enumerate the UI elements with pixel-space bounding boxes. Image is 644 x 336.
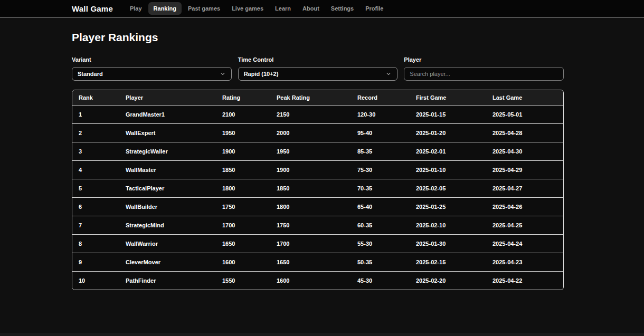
table-row: 10 PathFinder 1550 1600 45-30 2025-02-20… bbox=[72, 272, 563, 290]
player-search-input[interactable] bbox=[404, 67, 564, 81]
cell-first-game: 2025-01-20 bbox=[410, 124, 486, 142]
nav-item-past-games[interactable]: Past games bbox=[183, 2, 225, 15]
cell-first-game: 2025-01-10 bbox=[410, 161, 486, 179]
cell-rank: 8 bbox=[72, 235, 119, 253]
nav-item-learn[interactable]: Learn bbox=[270, 2, 296, 15]
cell-last-game: 2025-04-29 bbox=[486, 161, 563, 179]
chevron-down-icon bbox=[220, 71, 226, 77]
cell-rating: 1750 bbox=[216, 198, 270, 216]
chevron-down-icon bbox=[385, 71, 392, 77]
cell-last-game: 2025-04-22 bbox=[486, 272, 563, 290]
cell-last-game: 2025-05-01 bbox=[486, 105, 563, 124]
cell-peak-rating: 2000 bbox=[270, 124, 351, 142]
cell-peak-rating: 1650 bbox=[270, 253, 351, 272]
page-title: Player Rankings bbox=[72, 31, 564, 44]
cell-rating: 1650 bbox=[216, 235, 270, 253]
table-header-row: Rank Player Rating Peak Rating Record Fi… bbox=[72, 90, 563, 105]
variant-filter: Variant Standard bbox=[72, 56, 232, 81]
nav-item-ranking[interactable]: Ranking bbox=[148, 2, 182, 15]
cell-rating: 1850 bbox=[216, 161, 270, 179]
cell-rank: 9 bbox=[72, 253, 119, 272]
cell-rank: 6 bbox=[72, 198, 119, 216]
cell-first-game: 2025-01-15 bbox=[410, 105, 486, 124]
cell-rank: 10 bbox=[72, 272, 119, 290]
col-header-first-game: First Game bbox=[410, 90, 486, 105]
cell-peak-rating: 1850 bbox=[270, 179, 351, 198]
cell-last-game: 2025-04-27 bbox=[486, 179, 563, 198]
cell-peak-rating: 1700 bbox=[270, 235, 351, 253]
cell-rank: 3 bbox=[72, 142, 119, 161]
cell-rank: 1 bbox=[72, 105, 119, 124]
cell-record: 65-40 bbox=[351, 198, 410, 216]
cell-rating: 2100 bbox=[216, 105, 270, 124]
nav-item-settings[interactable]: Settings bbox=[326, 2, 359, 15]
cell-rank: 7 bbox=[72, 216, 119, 235]
table-row: 3 StrategicWaller 1900 1950 85-35 2025-0… bbox=[72, 142, 563, 161]
cell-record: 55-30 bbox=[351, 235, 410, 253]
col-header-rank: Rank bbox=[72, 90, 119, 105]
table-row: 5 TacticalPlayer 1800 1850 70-35 2025-02… bbox=[72, 179, 563, 198]
time-control-filter: Time Control Rapid (10+2) bbox=[238, 56, 398, 81]
brand-logo[interactable]: Wall Game bbox=[72, 4, 113, 13]
cell-player: GrandMaster1 bbox=[119, 105, 216, 124]
rankings-table-body: 1 GrandMaster1 2100 2150 120-30 2025-01-… bbox=[72, 105, 563, 290]
cell-last-game: 2025-04-23 bbox=[486, 253, 563, 272]
main-content: Player Rankings Variant Standard Time Co… bbox=[72, 31, 564, 290]
table-row: 2 WallExpert 1950 2000 95-40 2025-01-20 … bbox=[72, 124, 563, 142]
variant-selected-value: Standard bbox=[78, 71, 103, 77]
cell-record: 85-35 bbox=[351, 142, 410, 161]
cell-rank: 5 bbox=[72, 179, 119, 198]
cell-rating: 1700 bbox=[216, 216, 270, 235]
nav-item-live-games[interactable]: Live games bbox=[226, 2, 269, 15]
cell-rating: 1600 bbox=[216, 253, 270, 272]
cell-rating: 1800 bbox=[216, 179, 270, 198]
cell-first-game: 2025-01-30 bbox=[410, 235, 486, 253]
cell-first-game: 2025-01-25 bbox=[410, 198, 486, 216]
variant-label: Variant bbox=[72, 56, 232, 63]
cell-rating: 1550 bbox=[216, 272, 270, 290]
table-row: 8 WallWarrior 1650 1700 55-30 2025-01-30… bbox=[72, 235, 563, 253]
rankings-table: Rank Player Rating Peak Rating Record Fi… bbox=[72, 90, 564, 290]
player-label: Player bbox=[404, 56, 564, 63]
table-row: 9 CleverMover 1600 1650 50-35 2025-02-15… bbox=[72, 253, 563, 272]
nav-item-play[interactable]: Play bbox=[125, 2, 147, 15]
col-header-peak-rating: Peak Rating bbox=[270, 90, 351, 105]
time-control-selected-value: Rapid (10+2) bbox=[244, 71, 279, 77]
cell-last-game: 2025-04-24 bbox=[486, 235, 563, 253]
cell-player: StrategicMind bbox=[119, 216, 216, 235]
cell-last-game: 2025-04-26 bbox=[486, 198, 563, 216]
col-header-player: Player bbox=[119, 90, 216, 105]
cell-record: 95-40 bbox=[351, 124, 410, 142]
player-filter: Player bbox=[404, 56, 564, 81]
cell-record: 70-35 bbox=[351, 179, 410, 198]
cell-first-game: 2025-02-15 bbox=[410, 253, 486, 272]
cell-rank: 2 bbox=[72, 124, 119, 142]
cell-peak-rating: 1600 bbox=[270, 272, 351, 290]
cell-first-game: 2025-02-01 bbox=[410, 142, 486, 161]
cell-last-game: 2025-04-25 bbox=[486, 216, 563, 235]
col-header-rating: Rating bbox=[216, 90, 270, 105]
table-row: 7 StrategicMind 1700 1750 60-35 2025-02-… bbox=[72, 216, 563, 235]
cell-peak-rating: 2150 bbox=[270, 105, 351, 124]
nav-item-profile[interactable]: Profile bbox=[360, 2, 389, 15]
cell-player: StrategicWaller bbox=[119, 142, 216, 161]
nav-item-about[interactable]: About bbox=[297, 2, 325, 15]
cell-rating: 1900 bbox=[216, 142, 270, 161]
cell-peak-rating: 1750 bbox=[270, 216, 351, 235]
cell-player: CleverMover bbox=[119, 253, 216, 272]
cell-peak-rating: 1800 bbox=[270, 198, 351, 216]
cell-player: PathFinder bbox=[119, 272, 216, 290]
filters-row: Variant Standard Time Control Rapid (10+… bbox=[72, 56, 564, 81]
table-row: 6 WallBuilder 1750 1800 65-40 2025-01-25… bbox=[72, 198, 563, 216]
page-bottom-strip bbox=[0, 333, 644, 336]
cell-record: 75-30 bbox=[351, 161, 410, 179]
cell-first-game: 2025-02-20 bbox=[410, 272, 486, 290]
time-control-select[interactable]: Rapid (10+2) bbox=[238, 67, 398, 81]
cell-rank: 4 bbox=[72, 161, 119, 179]
cell-last-game: 2025-04-28 bbox=[486, 124, 563, 142]
cell-record: 120-30 bbox=[351, 105, 410, 124]
col-header-last-game: Last Game bbox=[486, 90, 563, 105]
cell-first-game: 2025-02-10 bbox=[410, 216, 486, 235]
cell-player: WallExpert bbox=[119, 124, 216, 142]
variant-select[interactable]: Standard bbox=[72, 67, 232, 81]
